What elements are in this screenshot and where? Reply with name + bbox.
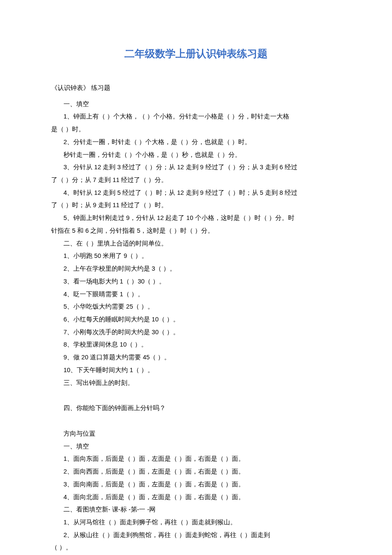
p2-s1-q4: 4、面向北面，后面是（ ）面，左面是（ ）面，右面是（ ）面。 xyxy=(51,491,341,504)
q-b2: 2、上午在学校里的时间大约是 3（ ）。 xyxy=(51,263,341,275)
q-a4b: 了（ ）时；从 9 走到 11 经过了（ ）时。 xyxy=(51,199,341,212)
section-b-header: 二、在（ ）里填上合适的时间单位。 xyxy=(51,237,341,250)
q-a2: 2、分针走一圈，时针走（ ）个大格，是（ ）分，也就是（ ）时。 xyxy=(51,136,341,149)
q-a5b: 针指在 5 和 6 之间，分针指着 5，这时是（ ）时（ ）分。 xyxy=(51,225,341,237)
p2-s1-q2: 2、面向西面，后面是（ ）面，左面是（ ）面，右面是（ ）面。 xyxy=(51,465,341,478)
section-d-header: 四、你能给下面的钟面画上分针吗？ xyxy=(51,402,341,415)
q-a1b: 是（ ）时。 xyxy=(51,123,341,136)
page-title: 二年级数学上册认识钟表练习题 xyxy=(51,47,341,61)
p2-s2-q1: 1、从河马馆往（ ）面走到狮子馆，再往（ ）面走就到猴山。 xyxy=(51,516,341,529)
q-b1: 1、小明跑 50 米用了 9（ ）。 xyxy=(51,250,341,263)
q-a5: 5、钟面上时针刚走过 9，分针从 12 起走了 10 个小格，这时是（ ）时（ … xyxy=(51,212,341,225)
q-a2b: 秒针走一圈，分针走（ ）个小格，是（ ）秒，也就是（ ）分。 xyxy=(51,149,341,162)
q-b6: 6、小红每天的睡眠时间大约是 10（ ）。 xyxy=(51,313,341,326)
q-b10: 10、下天午睡时间大约 1（ ）。 xyxy=(51,364,341,377)
part2-s1-header: 一、填空 xyxy=(51,440,341,453)
q-b4: 4、眨一下眼睛需要 1（ ）。 xyxy=(51,288,341,301)
p2-s2-q2b: （ ）。 xyxy=(51,541,341,554)
q-a1: 1、钟面上有（ ）个大格，（ ）个小格。分针走一小格是（ ）分，时针走一大格 xyxy=(51,110,341,123)
q-b3: 3、看一场电影大约 1（ ）30（ ）。 xyxy=(51,275,341,288)
section-a-header: 一、填空 xyxy=(51,98,341,111)
q-b8: 8、学校里课间休息 10（ ）。 xyxy=(51,338,341,351)
q-b7: 7、小刚每次洗手的时间大约是 30（ ）。 xyxy=(51,326,341,339)
p2-s1-q3: 3、面向南面，后面是（ ）面，左面是（ ）面，右面是（ ）面。 xyxy=(51,478,341,491)
q-a3: 3、分针从 12 走到 3 经过了（ ）分；从 12 走到 9 经过了（ ）分；… xyxy=(51,161,341,174)
part2-s2-header: 二、看图填空新- 课-标 -第-一 -网 xyxy=(51,503,341,516)
section-c-header: 三、写出钟面上的时刻。 xyxy=(51,377,341,390)
p2-s2-q2: 2、从猴山往（ ）面走到狗熊馆，再往（ ）面走到蛇馆，再往（ ）面走到 xyxy=(51,529,341,542)
q-b9: 9、做 20 道口算题大约需要 45（ ）。 xyxy=(51,351,341,364)
q-a4: 4、时针从 12 走到 5 经过了（ ）时；从 12 走到 9 经过了（ ）时；… xyxy=(51,187,341,199)
part2-title: 方向与位置 xyxy=(51,428,341,440)
worksheet-subtitle: 《认识钟表》 练习题 xyxy=(51,82,341,95)
p2-s1-q1: 1、面向东面，后面是（ ）面，左面是（ ）面，右面是（ ）面。 xyxy=(51,453,341,465)
q-a3b: 了（ ）分；从 7 走到 11 经过了（ ）分。 xyxy=(51,174,341,187)
q-b5: 5、小华吃饭大约需要 25（ ）。 xyxy=(51,301,341,313)
